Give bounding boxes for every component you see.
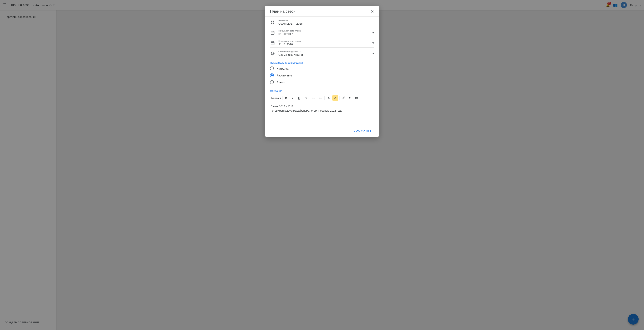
description-line2: Готовимся к двум марафонам, летом и осен… (271, 109, 373, 113)
format-select[interactable]: Normal ▾ (270, 96, 282, 100)
svg-rect-1 (273, 21, 274, 22)
description-toolbar: Normal ▾ B I U S 123 A A (270, 94, 374, 102)
format-dropdown-icon: ▾ (280, 97, 281, 100)
toolbar-divider-2 (324, 96, 325, 100)
radio-time-label: Время (276, 81, 285, 84)
italic-button[interactable]: I (290, 95, 296, 101)
toolbar-divider-1 (310, 96, 310, 100)
name-label: Название * (278, 19, 374, 22)
radio-time-outer (270, 80, 274, 84)
schema-dropdown-icon: ▾ (372, 51, 374, 56)
start-date-dropdown-icon: ▾ (372, 31, 374, 35)
svg-point-25 (350, 97, 350, 98)
bold-button[interactable]: B (283, 95, 289, 101)
schema-content: Схема периодизаци... * Схема Джо Фрила (278, 50, 303, 56)
planning-radio-group: Нагрузка Расстояние Время (270, 66, 374, 87)
underline-button[interactable]: U (296, 95, 302, 101)
start-date-field[interactable]: Начальная дата плана 01.10.2017 ▾ (278, 30, 374, 36)
strikethrough-button[interactable]: S (303, 95, 308, 101)
modal-footer: СОХРАНИТЬ (265, 125, 379, 137)
planning-section-title: Показатель планирования (270, 58, 374, 66)
schema-icon (270, 51, 275, 56)
svg-text:3: 3 (312, 98, 313, 99)
name-value: Сезон 2017 - 2018 (278, 22, 374, 25)
radio-distance[interactable]: Расстояние (270, 73, 374, 78)
radio-load-outer (270, 67, 274, 70)
svg-rect-0 (271, 21, 272, 22)
schema-value: Схема Джо Фрила (278, 53, 303, 56)
description-section-title: Описание (270, 87, 374, 94)
svg-rect-3 (273, 23, 274, 24)
end-date-icon (270, 41, 275, 45)
schema-row: Схема периодизаци... * Схема Джо Фрила ▾ (270, 48, 374, 58)
start-date-row: Начальная дата плана 01.10.2017 ▾ (270, 27, 374, 37)
toolbar-divider-3 (339, 96, 340, 100)
end-date-value: 31.12.2018 (278, 43, 301, 46)
end-date-field[interactable]: Начальная дата плана 31.12.2018 ▾ (278, 40, 374, 46)
end-date-content: Начальная дата плана 31.12.2018 (278, 40, 301, 46)
name-field-row: Название * Сезон 2017 - 2018 (270, 17, 374, 27)
radio-distance-outer (270, 73, 274, 77)
highlight-button[interactable]: A (332, 95, 338, 101)
start-date-content: Начальная дата плана 01.10.2017 (278, 30, 301, 36)
radio-distance-label: Расстояние (276, 74, 292, 77)
schema-label: Схема периодизаци... * (278, 50, 303, 53)
svg-point-20 (319, 99, 320, 99)
radio-time[interactable]: Время (270, 80, 374, 85)
image-button[interactable] (347, 95, 353, 101)
start-date-value: 01.10.2017 (278, 32, 301, 36)
unordered-list-button[interactable] (318, 95, 323, 101)
ordered-list-button[interactable]: 123 (311, 95, 317, 101)
svg-rect-4 (271, 31, 274, 34)
end-date-dropdown-icon: ▾ (372, 41, 374, 45)
modal-close-button[interactable]: ✕ (371, 10, 374, 14)
svg-point-19 (319, 98, 320, 98)
description-editor[interactable]: Сезон 2017 - 2018. Готовимся к двум мара… (270, 102, 374, 125)
description-line1: Сезон 2017 - 2018. (271, 104, 373, 109)
name-icon (270, 20, 275, 25)
link-button[interactable] (340, 95, 346, 101)
modal-dialog: План на сезон ✕ Название * Сезон 2017 - … (265, 6, 379, 137)
start-date-icon (270, 31, 275, 35)
save-button[interactable]: СОХРАНИТЬ (352, 128, 374, 134)
radio-load[interactable]: Нагрузка (270, 66, 374, 71)
svg-rect-2 (271, 23, 272, 24)
name-field[interactable]: Название * Сезон 2017 - 2018 (278, 19, 374, 25)
modal-title: План на сезон (270, 9, 296, 14)
modal-header: План на сезон ✕ (265, 6, 379, 17)
radio-distance-inner (271, 74, 273, 76)
svg-rect-26 (356, 97, 358, 99)
format-label: Normal (271, 97, 279, 100)
radio-load-label: Нагрузка (276, 67, 288, 70)
start-date-label: Начальная дата плана (278, 30, 301, 32)
table-button[interactable] (354, 95, 360, 101)
text-color-button[interactable]: A (326, 95, 332, 101)
modal-overlay: План на сезон ✕ Название * Сезон 2017 - … (0, 0, 644, 330)
svg-rect-8 (271, 42, 274, 45)
modal-body: Название * Сезон 2017 - 2018 Начальная д… (265, 17, 379, 125)
schema-field[interactable]: Схема периодизаци... * Схема Джо Фрила ▾ (278, 50, 374, 56)
end-date-row: Начальная дата плана 31.12.2018 ▾ (270, 37, 374, 48)
svg-point-18 (319, 97, 320, 97)
end-date-label: Начальная дата плана (278, 40, 301, 42)
